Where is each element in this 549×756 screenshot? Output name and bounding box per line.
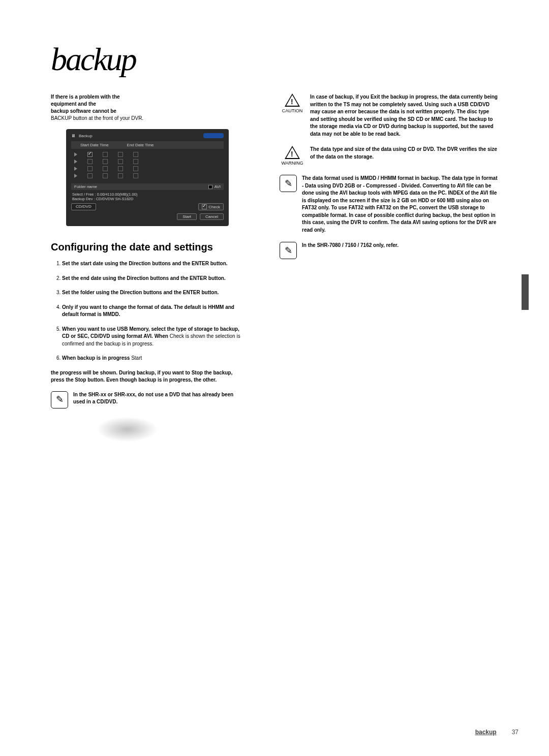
page-footer: backup37 <box>475 729 518 736</box>
step-1: Set the start date using the Direction b… <box>62 260 244 268</box>
step-6: When backup is in progress Start <box>62 355 244 362</box>
device-field[interactable]: CD/DVD <box>71 203 96 210</box>
table-row <box>71 165 224 172</box>
caution-text: In case of backup, if you Exit the backu… <box>310 93 498 138</box>
brand-logo <box>203 133 224 138</box>
smudge <box>97 417 158 442</box>
warning-icon: ! WARNING <box>280 146 305 167</box>
step-3: Set the folder using the Direction butto… <box>62 289 244 297</box>
dialog-title: Backup <box>79 134 93 138</box>
start-button[interactable]: Start <box>177 213 197 220</box>
check-button[interactable]: Check <box>198 203 224 210</box>
note-icon: ✎ <box>51 391 68 408</box>
right-note-2: In the SHR-7080 / 7160 / 7162 only, refe… <box>302 242 399 259</box>
table-row <box>71 151 224 158</box>
warning-text: The data type and size of the data using… <box>310 146 498 167</box>
caution-icon: ! CAUTION <box>280 93 305 138</box>
status-line: Select / Free : 0.00/4110.00(MB)(1.00) B… <box>71 190 224 201</box>
folder-row: Folder name AVI <box>71 183 224 190</box>
page-title: backup <box>51 41 518 78</box>
backup-dialog-screenshot: 🖥 Backup Start Date Time End Date Time F… <box>66 129 229 226</box>
table-row <box>71 172 224 179</box>
step-4: Only if you want to change the format of… <box>62 304 244 319</box>
step-6-continued: the progress will be shown. During backu… <box>51 369 244 384</box>
cancel-button[interactable]: Cancel <box>200 213 224 220</box>
section-heading: Configuring the date and settings <box>51 241 244 253</box>
col-end: End Date Time <box>118 141 163 149</box>
table-row <box>71 158 224 165</box>
step-2: Set the end date using the Direction but… <box>62 275 244 282</box>
note-icon: ✎ <box>280 175 297 192</box>
step-5: When you want to use USB Memory, select … <box>62 326 244 348</box>
section-tab <box>522 274 529 310</box>
note-text: In the SHR-xx or SHR-xxx, do not use a D… <box>73 391 244 408</box>
intro-text: If there is a problem with the equipment… <box>51 93 244 122</box>
note-icon: ✎ <box>280 242 297 259</box>
col-start: Start Date Time <box>71 141 118 149</box>
right-note-1: The data format used is MMDD / HHMM form… <box>302 175 498 234</box>
